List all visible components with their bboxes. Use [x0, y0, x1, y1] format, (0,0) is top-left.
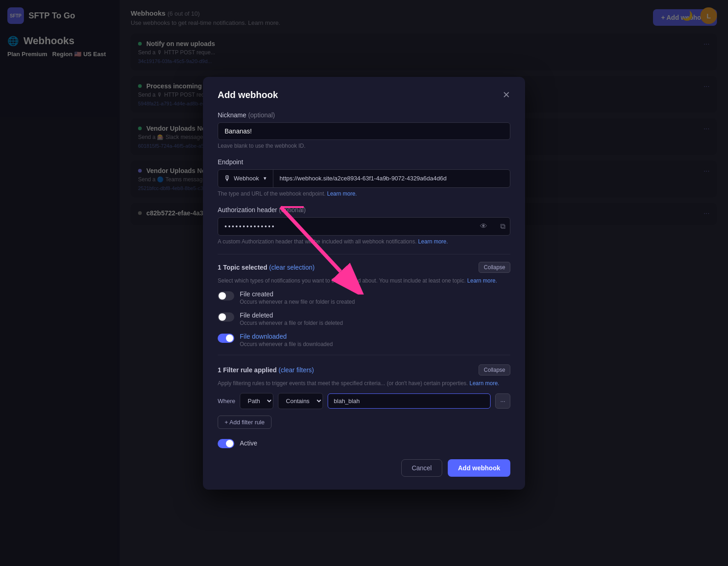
- filters-collapse-button[interactable]: Collapse: [479, 364, 510, 375]
- topic-item-file-created: File created Occurs whenever a new file …: [218, 290, 510, 305]
- topics-collapse-button[interactable]: Collapse: [479, 262, 510, 273]
- file-created-name: File created: [240, 290, 355, 298]
- file-deleted-name: File deleted: [240, 312, 343, 319]
- active-toggle-row: Active: [218, 438, 510, 448]
- modal-overlay: Add webhook ✕ Nickname (optional) Leave …: [0, 0, 728, 566]
- file-deleted-toggle[interactable]: [218, 312, 234, 322]
- endpoint-row: 🎙 Webhook ▼: [218, 169, 510, 188]
- endpoint-learn-more[interactable]: Learn more.: [327, 191, 357, 197]
- filter-where-label: Where: [218, 398, 235, 404]
- active-toggle[interactable]: [218, 439, 234, 448]
- add-filter-button[interactable]: + Add filter rule: [218, 416, 272, 429]
- copy-icon[interactable]: ⧉: [496, 218, 510, 235]
- auth-hint: A custom Authorization header that will …: [218, 238, 510, 245]
- endpoint-type-select[interactable]: 🎙 Webhook ▼: [218, 170, 273, 187]
- show-password-icon[interactable]: 👁: [475, 218, 492, 235]
- filter-value-input[interactable]: [328, 393, 491, 409]
- filters-desc: Apply filtering rules to trigger events …: [218, 380, 510, 387]
- filter-section: 1 Filter rule applied (clear filters) Co…: [218, 364, 510, 429]
- file-created-toggle[interactable]: [218, 291, 234, 300]
- filters-title: 1 Filter rule applied (clear filters): [218, 366, 314, 374]
- modal-footer: Cancel Add webhook: [218, 459, 510, 477]
- filters-learn-more[interactable]: Learn more.: [469, 380, 499, 387]
- topics-section: 1 Topic selected (clear selection) Colla…: [218, 262, 510, 347]
- auth-label: Authorization header (optional): [218, 206, 510, 214]
- auth-group: Authorization header (optional) 👁 ⧉ A cu…: [218, 206, 510, 245]
- auth-learn-more[interactable]: Learn more.: [418, 238, 448, 245]
- close-button[interactable]: ✕: [503, 90, 510, 99]
- topics-title: 1 Topic selected (clear selection): [218, 264, 315, 271]
- filters-clear-link[interactable]: (clear filters): [278, 366, 314, 374]
- topics-desc: Select which types of notifications you …: [218, 277, 510, 284]
- topics-clear-link[interactable]: (clear selection): [269, 264, 315, 271]
- file-downloaded-toggle[interactable]: [218, 334, 234, 343]
- nickname-hint: Leave blank to use the webhook ID.: [218, 143, 510, 149]
- modal-header: Add webhook ✕: [218, 90, 510, 100]
- active-label: Active: [240, 439, 257, 447]
- nickname-group: Nickname (optional) Leave blank to use t…: [218, 111, 510, 149]
- file-created-desc: Occurs whenever a new file or folder is …: [240, 299, 355, 305]
- endpoint-label: Endpoint: [218, 158, 510, 166]
- topic-item-file-downloaded: File downloaded Occurs whenever a file i…: [218, 333, 510, 347]
- auth-row: 👁 ⧉: [218, 217, 510, 236]
- file-downloaded-desc: Occurs whenever a file is downloaded: [240, 341, 333, 347]
- nickname-input[interactable]: [218, 122, 510, 140]
- filters-header: 1 Filter rule applied (clear filters) Co…: [218, 364, 510, 375]
- filter-field-select[interactable]: Path: [240, 393, 273, 409]
- filter-operator-select[interactable]: Contains: [278, 393, 323, 409]
- nickname-label: Nickname (optional): [218, 111, 510, 119]
- file-deleted-desc: Occurs whenever a file or folder is dele…: [240, 320, 343, 326]
- submit-button[interactable]: Add webhook: [448, 459, 510, 477]
- auth-input[interactable]: [218, 218, 472, 235]
- filter-row: Where Path Contains ···: [218, 393, 510, 409]
- topics-header: 1 Topic selected (clear selection) Colla…: [218, 262, 510, 273]
- file-downloaded-name: File downloaded: [240, 333, 333, 340]
- topic-item-file-deleted: File deleted Occurs whenever a file or f…: [218, 312, 510, 326]
- add-webhook-modal: Add webhook ✕ Nickname (optional) Leave …: [203, 77, 525, 490]
- topics-learn-more[interactable]: Learn more.: [467, 277, 497, 284]
- endpoint-group: Endpoint 🎙 Webhook ▼ The type and URL of…: [218, 158, 510, 197]
- filter-menu-button[interactable]: ···: [495, 393, 510, 409]
- endpoint-url-input[interactable]: [273, 170, 510, 186]
- cancel-button[interactable]: Cancel: [401, 459, 443, 477]
- modal-title: Add webhook: [218, 90, 278, 100]
- endpoint-hint: The type and URL of the webhook endpoint…: [218, 191, 510, 197]
